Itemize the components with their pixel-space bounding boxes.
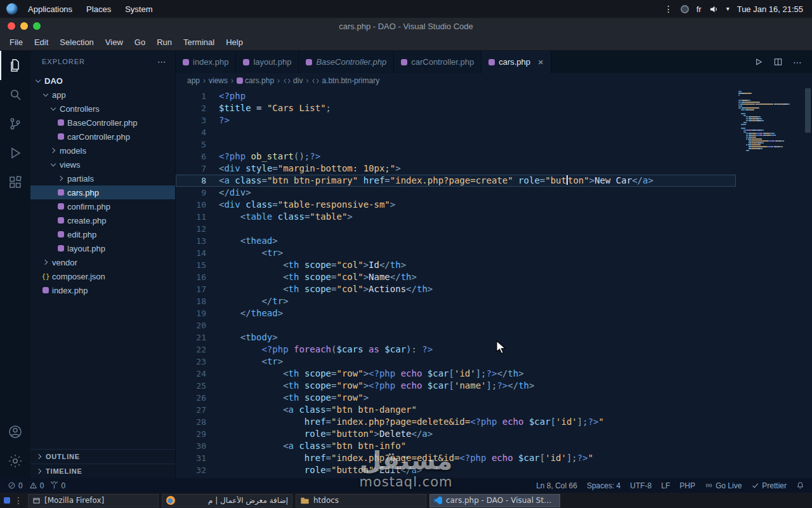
close-tab-icon[interactable]: ×: [538, 57, 544, 67]
tree-item-edit.php[interactable]: edit.php: [30, 227, 175, 241]
timeline-section[interactable]: TIMELINE: [30, 464, 175, 478]
maximize-window-button[interactable]: [33, 22, 41, 30]
status-eol[interactable]: LF: [661, 481, 670, 490]
code-line-23[interactable]: 23 <tr>: [176, 356, 736, 368]
volume-caret[interactable]: ▾: [726, 6, 730, 12]
menubar-run[interactable]: Run: [151, 36, 178, 49]
status-prettier[interactable]: Prettier: [751, 481, 787, 490]
code-line-33[interactable]: 33 </th>: [176, 476, 736, 478]
code-line-30[interactable]: 30 <a class="btn btn-info": [176, 440, 736, 452]
code-line-1[interactable]: 1<?php: [176, 90, 736, 102]
code-line-5[interactable]: 5: [176, 138, 736, 150]
panel-status-indicator[interactable]: [681, 5, 689, 13]
code-line-31[interactable]: 31 href="index.php?page=edit&id=<?php ec…: [176, 452, 736, 464]
menubar-edit[interactable]: Edit: [29, 36, 54, 49]
code-line-28[interactable]: 28 href="index.php?page=delete&id=<?php …: [176, 416, 736, 428]
code-line-25[interactable]: 25 <th scope="row"><?php echo $car['name…: [176, 380, 736, 392]
tree-item-views[interactable]: views: [30, 157, 175, 171]
panel-menu-applications[interactable]: Applications: [22, 2, 79, 17]
code-line-15[interactable]: 15 <th scope="col">Id</th>: [176, 259, 736, 271]
menubar-view[interactable]: View: [100, 36, 129, 49]
volume-control[interactable]: [709, 4, 719, 14]
code-line-12[interactable]: 12: [176, 223, 736, 235]
close-window-button[interactable]: [8, 22, 15, 30]
code-line-7[interactable]: 7<div style="margin-bottom: 10px;">: [176, 163, 736, 175]
titlebar[interactable]: cars.php - DAO - Visual Studio Code: [0, 18, 812, 34]
status-language[interactable]: PHP: [679, 481, 695, 490]
panel-overflow[interactable]: ⋮: [664, 4, 673, 13]
outline-section[interactable]: OUTLINE: [30, 449, 175, 464]
code-line-32[interactable]: 32 role="button">Edit</a>: [176, 464, 736, 476]
code-line-20[interactable]: 20: [176, 319, 736, 331]
tree-item-controllers[interactable]: Controllers: [30, 102, 175, 116]
task-mozilla-firefox[interactable]: [Mozilla Firefox]: [28, 494, 159, 507]
menubar-go[interactable]: Go: [129, 36, 151, 49]
code-line-2[interactable]: 2$title = "Cars List";: [176, 102, 736, 114]
breadcrumb-item-views[interactable]: views: [209, 76, 228, 85]
menubar-file[interactable]: File: [4, 36, 29, 49]
code-line-22[interactable]: 22 <?php foreach($cars as $car): ?>: [176, 344, 736, 356]
run-button[interactable]: [754, 57, 763, 67]
tree-item-confirm.php[interactable]: confirm.php: [30, 199, 175, 213]
status-notifications[interactable]: [796, 481, 804, 490]
breadcrumb-item-cars.php[interactable]: cars.php: [237, 76, 274, 85]
menubar-selection[interactable]: Selection: [54, 36, 99, 49]
code-line-13[interactable]: 13 <thead>: [176, 235, 736, 247]
code-line-24[interactable]: 24 <th scope="row"><?php echo $car['id']…: [176, 368, 736, 380]
breadcrumb-item-app[interactable]: app: [187, 76, 200, 85]
tab-index.php[interactable]: index.php: [176, 51, 236, 73]
tab-carcontroller.php[interactable]: carController.php: [394, 51, 481, 73]
panel-menu-places[interactable]: Places: [80, 2, 117, 17]
status-indentation[interactable]: Spaces: 4: [587, 481, 620, 490]
task-vscode[interactable]: cars.php - DAO - Visual Studio Code: [429, 494, 560, 507]
code-line-16[interactable]: 16 <th scope="col">Name</th>: [176, 271, 736, 283]
tree-item-basecontroller.php[interactable]: BaseController.php: [30, 116, 175, 130]
status-errors[interactable]: 0: [8, 481, 23, 490]
code-line-21[interactable]: 21 <tbody>: [176, 331, 736, 344]
menubar-terminal[interactable]: Terminal: [178, 36, 220, 49]
status-cursor-position[interactable]: Ln 8, Col 66: [536, 481, 577, 490]
task-htdocs[interactable]: htdocs: [296, 494, 426, 507]
keyboard-layout[interactable]: fr: [697, 4, 702, 14]
code-line-18[interactable]: 18 </tr>: [176, 295, 736, 307]
tree-item-cars.php[interactable]: cars.php: [30, 185, 175, 199]
tree-item-carcontroller.php[interactable]: carController.php: [30, 130, 175, 144]
tree-item-app[interactable]: app: [30, 88, 175, 102]
code-line-29[interactable]: 29 role="button">Delete</a>: [176, 428, 736, 440]
code-line-4[interactable]: 4: [176, 126, 736, 138]
breadcrumb-item-div[interactable]: div: [283, 76, 303, 85]
activity-run-debug[interactable]: [0, 138, 30, 168]
minimize-window-button[interactable]: [20, 22, 28, 30]
editor-more-actions[interactable]: ⋯: [793, 58, 802, 67]
tree-item-index.php[interactable]: index.php: [30, 283, 175, 297]
scrollbar[interactable]: [805, 88, 811, 133]
activity-extensions[interactable]: [0, 168, 30, 197]
code-line-10[interactable]: 10<div class="table-responsive-sm">: [176, 199, 736, 211]
status-go-live[interactable]: Go Live: [705, 481, 742, 490]
breadcrumb-item-a.btn.btn-primary[interactable]: a.btn.btn-primary: [311, 76, 379, 85]
activity-account[interactable]: [0, 417, 30, 446]
code-line-26[interactable]: 26 <th scope="row">: [176, 392, 736, 404]
code-line-6[interactable]: 6<?php ob_start();?>: [176, 150, 736, 163]
tree-item-models[interactable]: models: [30, 144, 175, 157]
tab-cars.php[interactable]: cars.php×: [481, 51, 551, 73]
tree-item-vendor[interactable]: vendor: [30, 255, 175, 269]
panel-menu-system[interactable]: System: [119, 2, 159, 17]
code-line-19[interactable]: 19 </thead>: [176, 307, 736, 319]
workspace-switcher[interactable]: [4, 497, 10, 504]
tab-basecontroller.php[interactable]: BaseController.php: [299, 51, 394, 73]
activity-explorer[interactable]: [0, 51, 30, 80]
tree-item-partials[interactable]: partials: [30, 171, 175, 185]
activity-search[interactable]: [0, 80, 30, 109]
clock[interactable]: Tue Jan 16, 21:55: [737, 4, 803, 14]
menubar-help[interactable]: Help: [220, 36, 249, 49]
editor[interactable]: 1<?php2$title = "Cars List";3?>456<?php …: [176, 88, 812, 478]
split-editor-button[interactable]: [773, 57, 783, 67]
code-line-27[interactable]: 27 <a class="btn btn-danger": [176, 404, 736, 416]
code-line-8[interactable]: 8<a class="btn btn-primary" href="index.…: [176, 175, 736, 187]
activity-settings[interactable]: [0, 446, 30, 476]
status-warnings[interactable]: 0: [29, 481, 44, 490]
code-line-3[interactable]: 3?>: [176, 114, 736, 126]
minimap[interactable]: [738, 91, 802, 151]
task-firefox-page[interactable]: إضافة معرض الأعمال | م: [162, 494, 292, 507]
